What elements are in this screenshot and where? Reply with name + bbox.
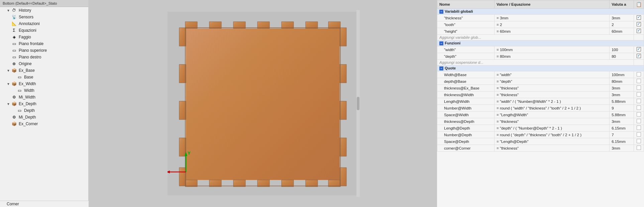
tree-item-label: Sensors [19, 15, 33, 19]
unchecked-checkbox[interactable] [637, 112, 641, 117]
svg-rect-32 [306, 180, 318, 187]
cell-checkbox[interactable] [634, 71, 644, 78]
cell-checkbox[interactable] [634, 85, 644, 91]
cell-checkbox[interactable] [634, 138, 644, 145]
checked-checkbox[interactable] [637, 29, 641, 33]
cell-checkbox[interactable] [634, 15, 644, 21]
unchecked-checkbox[interactable] [637, 132, 641, 137]
cell-checkbox[interactable] [634, 112, 644, 118]
cell-checkbox[interactable] [634, 98, 644, 105]
sidebar-item-piano-destro[interactable]: ▭Piano destro [0, 54, 88, 60]
cell-nome: Space@Depth [437, 138, 495, 145]
cell-checkbox[interactable] [634, 21, 644, 28]
sidebar-item-mi-width[interactable]: ⚙Mi_Width [0, 94, 88, 100]
unchecked-checkbox[interactable] [637, 85, 641, 90]
table-row[interactable]: Length@Width= "width" / ( "Number@Width"… [437, 98, 644, 105]
svg-rect-11 [233, 22, 245, 28]
cell-valore: = "Length@Width" [494, 112, 609, 118]
sidebar-item-piano-superiore[interactable]: ▭Piano superiore [0, 47, 88, 54]
cell-checkbox[interactable] [634, 46, 644, 53]
section-label: Variabili globali [445, 9, 473, 13]
table-row[interactable]: "thickness"= 3mm3mm [437, 15, 644, 21]
add-row-label[interactable]: Aggiungi variabile glob... [437, 35, 634, 40]
cell-nome: corner@Corner [437, 145, 495, 152]
table-row[interactable]: thickness@Depth= "thickness"3mm [437, 118, 644, 125]
cell-nome: Number@Depth [437, 132, 495, 138]
cell-valuta: 6.15mm [610, 125, 634, 132]
cell-checkbox[interactable] [634, 145, 644, 152]
table-row[interactable]: Width@Base= "width"100mm [437, 71, 644, 78]
unchecked-checkbox[interactable] [637, 99, 641, 103]
cell-valore: = "depth" / ( "Number@Depth" * 2 - 1 ) [494, 125, 609, 132]
sidebar-item-width[interactable]: ▭Width [0, 87, 88, 94]
cell-checkbox[interactable] [634, 132, 644, 138]
sidebar-item-sensors[interactable]: 📡Sensors [0, 14, 88, 20]
col-header-icon[interactable]: 📋 [634, 0, 644, 9]
cell-checkbox[interactable] [634, 105, 644, 112]
table-row[interactable]: "width"= 100mm100 [437, 46, 644, 53]
sidebar-item-faggio[interactable]: ◈Faggio [0, 34, 88, 40]
checked-checkbox[interactable] [637, 47, 641, 51]
sidebar-item-origine[interactable]: ⊕Origine [0, 60, 88, 67]
add-row-label[interactable]: Aggiungi sospensione d... [437, 60, 634, 65]
table-row[interactable]: thickness@Ex_Base= "thickness"3mm [437, 85, 644, 91]
unchecked-checkbox[interactable] [637, 72, 641, 76]
cell-checkbox[interactable] [634, 53, 644, 60]
sidebar-item-depth[interactable]: ▭Depth [0, 107, 88, 114]
table-row[interactable]: Aggiungi sospensione d... [437, 60, 644, 65]
table-row[interactable]: thickness@Width= "thickness"3mm [437, 91, 644, 98]
tree-item-label: Mi_Width [19, 95, 35, 99]
scrollbar-thumb[interactable] [357, 97, 359, 110]
sidebar-item-mi-depth[interactable]: ⚙Mi_Depth [0, 114, 88, 121]
table-row[interactable]: "tooth"= 22 [437, 21, 644, 28]
table-row[interactable]: Space@Width= "Length@Width"5.88mm [437, 112, 644, 118]
sidebar-item-annotazioni[interactable]: 📐Annotazioni [0, 20, 88, 27]
table-row[interactable]: "depth"= 80mm80 [437, 53, 644, 60]
unchecked-checkbox[interactable] [637, 92, 641, 96]
collapse-btn[interactable]: − [439, 10, 443, 14]
cell-valuta: 6.15mm [610, 138, 634, 145]
sidebar-item-ex-width[interactable]: ▼📦Ex_Width [0, 80, 88, 87]
tree-item-label: Mi_Depth [19, 115, 36, 120]
cell-nome: "depth" [437, 53, 495, 60]
table-row[interactable]: Number@Width= round ( "width" / "thickne… [437, 105, 644, 112]
table-row[interactable]: Aggiungi variabile glob... [437, 35, 644, 40]
cell-valore: = "thickness" [494, 145, 609, 152]
svg-rect-22 [185, 180, 197, 187]
table-row[interactable]: Length@Depth= "depth" / ( "Number@Depth"… [437, 125, 644, 132]
cell-checkbox[interactable] [634, 28, 644, 35]
table-row[interactable]: Space@Depth= "Length@Depth"6.15mm [437, 138, 644, 145]
unchecked-checkbox[interactable] [637, 106, 641, 110]
svg-rect-30 [282, 180, 294, 187]
table-row[interactable]: "height"= 60mm60mm [437, 28, 644, 35]
cell-valuta: 100 [610, 46, 634, 53]
table-row[interactable]: depth@Base= "depth"80mm [437, 78, 644, 85]
sidebar-item-ex-corner[interactable]: 📦Ex_Corner [0, 121, 88, 127]
cell-checkbox[interactable] [634, 91, 644, 98]
svg-rect-50 [340, 64, 346, 83]
collapse-btn[interactable]: − [439, 66, 443, 70]
sidebar-item-ex-base[interactable]: ▼📦Ex_Base [0, 67, 88, 74]
checked-checkbox[interactable] [637, 15, 641, 20]
sidebar-item-piano-frontale[interactable]: ▭Piano frontale [0, 40, 88, 47]
table-row[interactable]: corner@Corner= "thickness"3mm [437, 145, 644, 152]
unchecked-checkbox[interactable] [637, 126, 641, 130]
checked-checkbox[interactable] [637, 22, 641, 26]
sidebar-item-history[interactable]: ▼⏱History [0, 7, 88, 14]
unchecked-checkbox[interactable] [637, 79, 641, 83]
sidebar-item-base[interactable]: ▭Base [0, 74, 88, 80]
unchecked-checkbox[interactable] [637, 119, 641, 123]
checked-checkbox[interactable] [637, 54, 641, 58]
sidebar-item-equazioni[interactable]: ΣEquazioni [0, 27, 88, 34]
table-row[interactable]: Number@Depth= round ( "depth" / "thickne… [437, 132, 644, 138]
cell-checkbox[interactable] [634, 125, 644, 132]
collapse-btn[interactable]: − [439, 41, 443, 45]
svg-rect-34 [328, 180, 340, 187]
sidebar-item-ex-depth[interactable]: ▼📦Ex_Depth [0, 100, 88, 107]
sidebar-bottom-label: Corner [0, 201, 89, 207]
unchecked-checkbox[interactable] [637, 146, 641, 150]
cell-nome: Length@Width [437, 98, 495, 105]
unchecked-checkbox[interactable] [637, 139, 641, 143]
cell-checkbox[interactable] [634, 118, 644, 125]
cell-checkbox[interactable] [634, 78, 644, 85]
